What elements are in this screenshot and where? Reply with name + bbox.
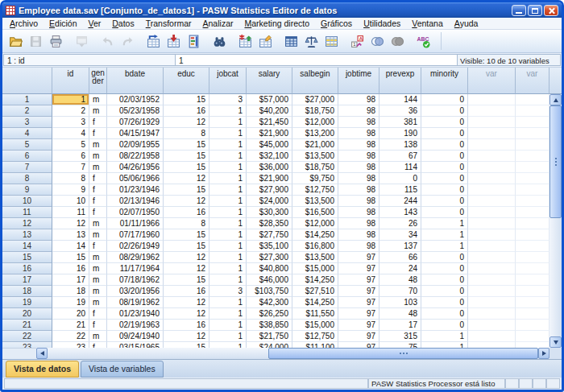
- cell-4-bdate[interactable]: 04/15/1947: [107, 128, 164, 139]
- cell-16-minority[interactable]: 0: [421, 263, 468, 274]
- cell-19-jobtime[interactable]: 97: [338, 297, 379, 308]
- cell-5-educ[interactable]: 15: [164, 139, 209, 151]
- cell-15-salbegin[interactable]: $13,500: [292, 252, 338, 263]
- cell-8-jobtime[interactable]: 98: [338, 173, 379, 184]
- cell-18-prevexp[interactable]: 70: [379, 286, 421, 297]
- cell-4-id[interactable]: 4: [52, 128, 89, 139]
- cell-8-salary[interactable]: $21,900: [247, 173, 292, 184]
- cell-9-salary[interactable]: $27,900: [247, 184, 292, 196]
- cell-11-var1[interactable]: [468, 207, 516, 218]
- cell-20-bdate[interactable]: 01/23/1940: [107, 308, 164, 320]
- cell-13-educ[interactable]: 15: [164, 229, 209, 241]
- menu-edici-n[interactable]: Edición: [44, 18, 82, 29]
- cell-21-id[interactable]: 21: [52, 320, 89, 331]
- cell-14-jobtime[interactable]: 98: [338, 241, 379, 252]
- cell-2-salbegin[interactable]: $18,750: [292, 105, 338, 117]
- row-number-13[interactable]: 13: [2, 229, 52, 241]
- cell-9-var2[interactable]: [516, 184, 549, 196]
- row-number-7[interactable]: 7: [2, 162, 52, 173]
- cell-1-var2[interactable]: [516, 94, 549, 105]
- column-header-salary[interactable]: salary: [247, 68, 292, 94]
- tab-vista-de-datos[interactable]: Vista de datos: [6, 361, 79, 378]
- cell-5-gender[interactable]: m: [89, 139, 107, 151]
- menu-ver[interactable]: Ver: [82, 18, 106, 29]
- cell-18-minority[interactable]: 0: [421, 286, 468, 297]
- menu-ventana[interactable]: Ventana: [406, 18, 449, 29]
- cell-10-bdate[interactable]: 02/13/1946: [107, 196, 164, 207]
- cell-9-educ[interactable]: 15: [164, 184, 209, 196]
- cell-9-bdate[interactable]: 01/23/1946: [107, 184, 164, 196]
- cell-7-jobtime[interactable]: 98: [338, 162, 379, 173]
- cell-22-educ[interactable]: 12: [164, 331, 209, 342]
- row-number-12[interactable]: 12: [2, 218, 52, 229]
- split-file-button[interactable]: [281, 31, 301, 52]
- cell-5-bdate[interactable]: 02/09/1955: [107, 139, 164, 151]
- cell-1-gender[interactable]: m: [89, 94, 107, 105]
- cell-21-jobcat[interactable]: 1: [209, 320, 247, 331]
- cell-6-educ[interactable]: 15: [164, 151, 209, 162]
- cell-11-salbegin[interactable]: $16,500: [292, 207, 338, 218]
- cell-20-salbegin[interactable]: $11,550: [292, 308, 338, 320]
- menu-utilidades[interactable]: Utilidades: [358, 18, 406, 29]
- cell-11-salary[interactable]: $30,300: [247, 207, 292, 218]
- cell-21-var1[interactable]: [468, 320, 516, 331]
- cell-7-salary[interactable]: $36,000: [247, 162, 292, 173]
- cell-19-gender[interactable]: m: [89, 297, 107, 308]
- spell-check-button[interactable]: ABC: [413, 31, 433, 52]
- cell-18-salary[interactable]: $103,750: [247, 286, 292, 297]
- cell-23-salary[interactable]: $24,000: [247, 342, 292, 348]
- cell-9-minority[interactable]: 0: [421, 184, 468, 196]
- cell-23-var1[interactable]: [468, 342, 516, 348]
- cell-14-jobcat[interactable]: 1: [209, 241, 247, 252]
- goto-variable-button[interactable]: [164, 31, 184, 52]
- close-button[interactable]: [544, 5, 558, 16]
- cell-11-educ[interactable]: 16: [164, 207, 209, 218]
- cell-20-gender[interactable]: f: [89, 308, 107, 320]
- cell-22-salary[interactable]: $21,750: [247, 331, 292, 342]
- cell-8-bdate[interactable]: 05/06/1966: [107, 173, 164, 184]
- row-number-5[interactable]: 5: [2, 139, 52, 151]
- show-all-variables-button[interactable]: [388, 31, 408, 52]
- cell-9-salbegin[interactable]: $12,750: [292, 184, 338, 196]
- cell-20-jobcat[interactable]: 1: [209, 308, 247, 320]
- open-file-button[interactable]: [6, 31, 26, 52]
- cell-23-educ[interactable]: 15: [164, 342, 209, 348]
- cell-17-prevexp[interactable]: 48: [379, 274, 421, 286]
- cell-13-id[interactable]: 13: [52, 229, 89, 241]
- cell-7-var1[interactable]: [468, 162, 516, 173]
- cell-19-var2[interactable]: [516, 297, 549, 308]
- cell-7-id[interactable]: 7: [52, 162, 89, 173]
- cell-1-prevexp[interactable]: 144: [379, 94, 421, 105]
- cell-22-jobtime[interactable]: 97: [338, 331, 379, 342]
- cell-13-var1[interactable]: [468, 229, 516, 241]
- cell-2-jobcat[interactable]: 1: [209, 105, 247, 117]
- row-number-10[interactable]: 10: [2, 196, 52, 207]
- cell-2-educ[interactable]: 16: [164, 105, 209, 117]
- cell-20-var1[interactable]: [468, 308, 516, 320]
- cell-11-id[interactable]: 11: [52, 207, 89, 218]
- cell-11-bdate[interactable]: 02/07/1950: [107, 207, 164, 218]
- cell-15-prevexp[interactable]: 66: [379, 252, 421, 263]
- menu-datos[interactable]: Datos: [106, 18, 139, 29]
- cell-22-jobcat[interactable]: 1: [209, 331, 247, 342]
- cell-13-prevexp[interactable]: 34: [379, 229, 421, 241]
- cell-5-salbegin[interactable]: $21,000: [292, 139, 338, 151]
- cell-12-bdate[interactable]: 01/11/1966: [107, 218, 164, 229]
- cell-18-gender[interactable]: m: [89, 286, 107, 297]
- cell-15-var2[interactable]: [516, 252, 549, 263]
- cell-18-bdate[interactable]: 03/20/1956: [107, 286, 164, 297]
- cell-11-jobtime[interactable]: 98: [338, 207, 379, 218]
- cell-7-jobcat[interactable]: 1: [209, 162, 247, 173]
- cell-2-var1[interactable]: [468, 105, 516, 117]
- print-button[interactable]: [46, 31, 66, 52]
- cell-5-var2[interactable]: [516, 139, 549, 151]
- row-number-16[interactable]: 16: [2, 263, 52, 274]
- cell-13-jobtime[interactable]: 98: [338, 229, 379, 241]
- cell-19-bdate[interactable]: 08/19/1962: [107, 297, 164, 308]
- cell-17-bdate[interactable]: 07/18/1962: [107, 274, 164, 286]
- cell-13-salbegin[interactable]: $14,250: [292, 229, 338, 241]
- cell-18-salbegin[interactable]: $27,510: [292, 286, 338, 297]
- column-header-jobtime[interactable]: jobtime: [338, 68, 379, 94]
- column-header-educ[interactable]: educ: [164, 68, 209, 94]
- cell-13-jobcat[interactable]: 1: [209, 229, 247, 241]
